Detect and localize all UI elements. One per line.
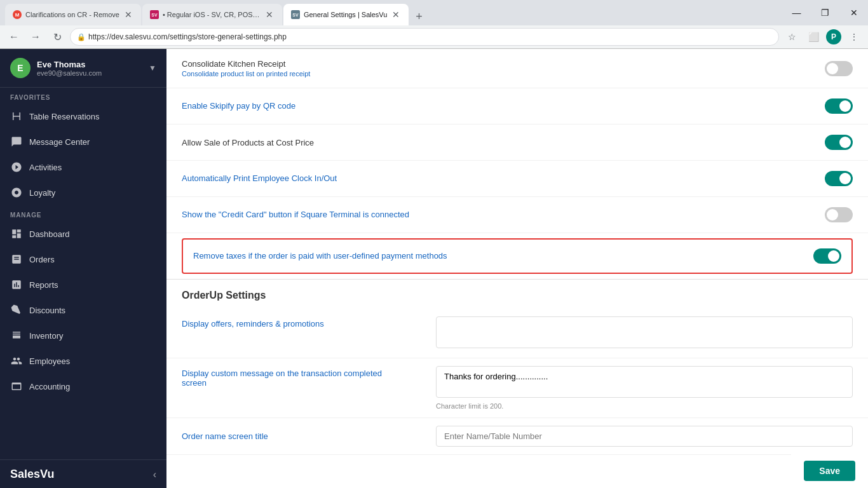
setting-label-consolidate: Consolidate Kitchen Receipt Consolidate … bbox=[182, 59, 310, 78]
app-layout: E Eve Thomas eve90@salesvu.com ▼ FAVORIT… bbox=[0, 49, 868, 488]
close-button[interactable]: ✕ bbox=[839, 3, 868, 23]
sidebar-label-discounts: Discounts bbox=[29, 306, 65, 315]
setting-row-skipify: Enable Skipify pay by QR code bbox=[166, 88, 868, 125]
tab-regular[interactable]: SV • Regular iOS - SV, CR, POS: R... ✕ bbox=[142, 4, 282, 25]
orders-icon bbox=[10, 253, 23, 266]
discounts-icon bbox=[10, 304, 23, 316]
sidebar-item-message-center[interactable]: Message Center bbox=[0, 129, 166, 154]
main-content: Consolidate Kitchen Receipt Consolidate … bbox=[166, 49, 868, 488]
save-button[interactable]: Save bbox=[804, 461, 855, 481]
dashboard-icon bbox=[10, 227, 23, 240]
minimize-button[interactable]: — bbox=[782, 3, 811, 23]
sidebar-item-discounts[interactable]: Discounts bbox=[0, 297, 166, 323]
tab-gmail-title: Clarifications on CR - Remove bbox=[25, 11, 119, 18]
setting-label-remove-taxes: Remove taxes if the order is paid with u… bbox=[193, 250, 447, 262]
profile-icon[interactable]: P bbox=[826, 29, 841, 44]
reload-button[interactable]: ↻ bbox=[48, 28, 66, 46]
sidebar-label-table-reservations: Table Reservations bbox=[29, 112, 100, 121]
user-info: Eve Thomas eve90@salesvu.com bbox=[37, 60, 142, 77]
input-custom-message-wrap: Thanks for ordering.............. Charac… bbox=[421, 358, 868, 417]
inventory-icon bbox=[10, 329, 23, 342]
display-offers-input[interactable] bbox=[436, 316, 853, 348]
consolidate-note: Consolidate product list on printed rece… bbox=[182, 70, 310, 78]
sidebar-label-accounting: Accounting bbox=[29, 382, 70, 391]
setting-row-consolidate: Consolidate Kitchen Receipt Consolidate … bbox=[166, 49, 868, 88]
orderup-section-title: OrderUp Settings bbox=[166, 280, 868, 309]
activities-icon bbox=[10, 161, 23, 173]
sidebar-item-activities[interactable]: Activities bbox=[0, 154, 166, 180]
sidebar-item-inventory[interactable]: Inventory bbox=[0, 323, 166, 348]
new-tab-button[interactable]: + bbox=[410, 8, 428, 25]
sidebar-item-table-reservations[interactable]: Table Reservations bbox=[0, 104, 166, 129]
consolidate-label: Consolidate Kitchen Receipt bbox=[182, 59, 310, 69]
regular-favicon: SV bbox=[150, 10, 159, 19]
save-bar: Save bbox=[791, 453, 868, 488]
maximize-button[interactable]: ❐ bbox=[811, 3, 839, 23]
tab-gmail-close[interactable]: ✕ bbox=[123, 10, 133, 20]
label-display-offers: Display offers, reminders & promotions bbox=[166, 309, 421, 339]
avatar: E bbox=[10, 58, 31, 78]
sidebar-item-dashboard[interactable]: Dashboard bbox=[0, 221, 166, 247]
toggle-clock-inout[interactable] bbox=[825, 171, 853, 186]
toggle-clock-inout-slider bbox=[825, 171, 853, 186]
user-name: Eve Thomas bbox=[37, 60, 142, 69]
toggle-consolidate-slider bbox=[825, 61, 853, 76]
sidebar-label-dashboard: Dashboard bbox=[29, 229, 70, 239]
toggle-skipify[interactable] bbox=[825, 98, 853, 114]
toggle-square-terminal[interactable] bbox=[825, 207, 853, 222]
back-button[interactable]: ← bbox=[5, 28, 23, 46]
sidebar-item-reports[interactable]: Reports bbox=[0, 272, 166, 297]
setting-row-square-terminal: Show the "Credit Card" button if Square … bbox=[166, 197, 868, 233]
sidebar-label-reports: Reports bbox=[29, 280, 58, 290]
setting-label-square-terminal: Show the "Credit Card" button if Square … bbox=[182, 209, 409, 220]
sidebar-item-orders[interactable]: Orders bbox=[0, 247, 166, 272]
settings-favicon: SV bbox=[291, 10, 300, 19]
char-limit-label: Character limit is 200. bbox=[436, 402, 853, 410]
custom-message-input[interactable]: Thanks for ordering.............. bbox=[436, 366, 853, 398]
toggle-remove-taxes[interactable] bbox=[813, 248, 841, 264]
toggle-skipify-slider bbox=[825, 98, 853, 114]
window-controls: — ❐ ✕ bbox=[782, 3, 868, 23]
accounting-icon bbox=[10, 380, 23, 393]
tab-gmail[interactable]: M Clarifications on CR - Remove ✕ bbox=[5, 4, 141, 25]
reports-icon bbox=[10, 278, 23, 291]
setting-row-clock-inout: Automatically Print Employee Clock In/Ou… bbox=[166, 161, 868, 197]
tab-settings-close[interactable]: ✕ bbox=[391, 10, 401, 20]
label-order-name: Order name screen title bbox=[166, 421, 421, 451]
bookmark-icon[interactable]: ☆ bbox=[783, 28, 801, 46]
orderup-row-custom-message: Display custom message on the transactio… bbox=[166, 358, 868, 418]
loyalty-icon bbox=[10, 186, 23, 199]
toggle-consolidate[interactable] bbox=[825, 61, 853, 76]
sidebar-item-loyalty[interactable]: Loyalty bbox=[0, 180, 166, 205]
orderup-section: OrderUp Settings Display offers, reminde… bbox=[166, 279, 868, 455]
sidebar-label-inventory: Inventory bbox=[29, 331, 63, 341]
order-name-input[interactable] bbox=[436, 426, 853, 447]
sidebar-label-message-center: Message Center bbox=[29, 137, 90, 147]
input-order-name-wrap bbox=[421, 418, 868, 454]
url-text: https://dev.salesvu.com/settings/store-g… bbox=[88, 32, 287, 41]
tab-regular-title: • Regular iOS - SV, CR, POS: R... bbox=[163, 11, 261, 18]
setting-label-clock-inout: Automatically Print Employee Clock In/Ou… bbox=[182, 173, 337, 184]
label-custom-message: Display custom message on the transactio… bbox=[166, 358, 421, 398]
user-profile[interactable]: E Eve Thomas eve90@salesvu.com ▼ bbox=[0, 49, 166, 88]
chevron-down-icon: ▼ bbox=[149, 64, 156, 72]
address-input[interactable]: 🔒 https://dev.salesvu.com/settings/store… bbox=[70, 28, 779, 46]
user-email: eve90@salesvu.com bbox=[37, 69, 142, 77]
tab-settings[interactable]: SV General Settings | SalesVu ✕ bbox=[283, 4, 409, 25]
sidebar-label-employees: Employees bbox=[29, 356, 70, 366]
manage-section-header: MANAGE bbox=[0, 205, 166, 221]
toggle-cost-price-slider bbox=[825, 135, 853, 150]
settings-content: Consolidate Kitchen Receipt Consolidate … bbox=[166, 49, 868, 455]
extension-icon[interactable]: ⬜ bbox=[804, 28, 822, 46]
setting-row-cost-price: Allow Sale of Products at Cost Price bbox=[166, 125, 868, 161]
toggle-cost-price[interactable] bbox=[825, 135, 853, 150]
orderup-row-display-offers: Display offers, reminders & promotions bbox=[166, 309, 868, 358]
sidebar-item-accounting[interactable]: Accounting bbox=[0, 374, 166, 399]
forward-button[interactable]: → bbox=[27, 28, 44, 46]
brand-name: SalesVu bbox=[10, 468, 54, 481]
sidebar-label-loyalty: Loyalty bbox=[29, 188, 55, 198]
sidebar-item-employees[interactable]: Employees bbox=[0, 348, 166, 374]
collapse-sidebar-button[interactable]: ‹ bbox=[153, 469, 156, 480]
tab-regular-close[interactable]: ✕ bbox=[264, 10, 275, 20]
menu-icon[interactable]: ⋮ bbox=[845, 28, 863, 46]
